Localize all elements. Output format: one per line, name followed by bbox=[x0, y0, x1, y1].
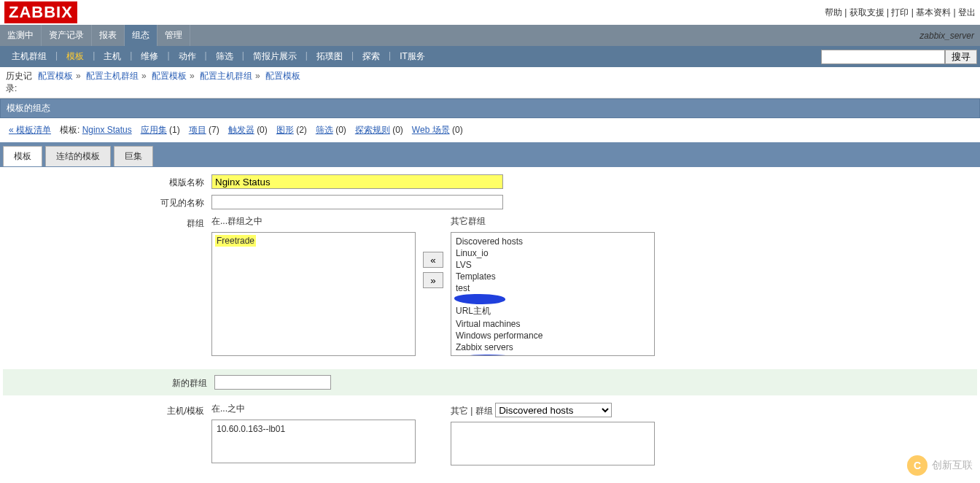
discovery-link[interactable]: 探索规则 bbox=[355, 125, 390, 135]
group-option[interactable]: Windows performance bbox=[454, 330, 651, 341]
crumb-2[interactable]: 配置模板 bbox=[152, 71, 187, 81]
subnav-maps[interactable]: 拓璞图 bbox=[308, 46, 351, 67]
watermark-icon: C bbox=[907, 455, 928, 476]
move-right-button[interactable]: » bbox=[423, 272, 443, 288]
subnav-hostgroups[interactable]: 主机群组 bbox=[3, 46, 55, 67]
groups-label: 群组 bbox=[15, 215, 211, 356]
other-hosts-select[interactable] bbox=[451, 422, 655, 465]
crumb-1[interactable]: 配置主机群组 bbox=[86, 71, 139, 81]
template-name-link[interactable]: Nginx Status bbox=[82, 125, 132, 135]
subnav-hosts[interactable]: 主机 bbox=[95, 46, 130, 67]
in-hosts-select[interactable]: 10.60.0.163--lb01 bbox=[211, 420, 416, 463]
watermark-text: 创新互联 bbox=[932, 459, 973, 472]
items-link[interactable]: 项目 bbox=[189, 125, 206, 135]
group-option[interactable]: test bbox=[454, 282, 651, 294]
help-link[interactable]: 帮助 bbox=[825, 7, 842, 18]
server-name: zabbix_server bbox=[914, 28, 980, 44]
graphs-link[interactable]: 图形 bbox=[276, 125, 294, 135]
triggers-link[interactable]: 触发器 bbox=[228, 125, 254, 135]
nav-monitoring[interactable]: 监测中 bbox=[0, 25, 42, 46]
filters-link[interactable]: 筛选 bbox=[316, 125, 333, 135]
visible-name-label: 可见的名称 bbox=[15, 195, 211, 209]
subnav-templates[interactable]: 模板 bbox=[58, 46, 93, 67]
crumb-0[interactable]: 配置模板 bbox=[38, 71, 73, 81]
group-option[interactable]: Discovered hosts bbox=[454, 236, 651, 247]
subnav-discovery[interactable]: 探索 bbox=[354, 46, 389, 67]
tab-macros[interactable]: 巨集 bbox=[114, 146, 153, 166]
redacted-group[interactable] bbox=[454, 355, 527, 356]
breadcrumb: 配置模板» 配置主机群组» 配置模板» 配置主机群组» 配置模板 bbox=[38, 70, 300, 95]
group-option[interactable]: Zabbix servers bbox=[454, 341, 651, 353]
subnav-slides[interactable]: 简报片展示 bbox=[244, 46, 306, 67]
main-nav: 监测中 资产记录 报表 组态 管理 bbox=[0, 25, 190, 46]
nav-admin[interactable]: 管理 bbox=[158, 25, 190, 46]
host-template-label: 主机/模板 bbox=[15, 403, 211, 465]
template-name-label: 模版名称 bbox=[15, 174, 211, 189]
subnav-filter[interactable]: 筛选 bbox=[207, 46, 242, 67]
group-option[interactable]: Linux_io bbox=[454, 247, 651, 259]
search-input[interactable] bbox=[821, 50, 945, 64]
in-groups-label: 在...群组之中 bbox=[211, 215, 416, 228]
group-option[interactable]: URL主机 bbox=[454, 304, 651, 318]
history-label: 历史记录: bbox=[6, 70, 38, 95]
template-info-bar: « 模板清单 模板: Nginx Status 应用集 (1) 项目 (7) 触… bbox=[0, 118, 980, 143]
other-label: 其它 | 群组 bbox=[451, 406, 493, 416]
watermark: C 创新互联 bbox=[907, 455, 973, 476]
support-link[interactable]: 获取支援 bbox=[849, 7, 884, 18]
redacted-group[interactable] bbox=[454, 294, 505, 304]
nav-configuration[interactable]: 组态 bbox=[125, 25, 158, 46]
search-button[interactable]: 搜寻 bbox=[945, 50, 977, 64]
crumb-3[interactable]: 配置主机群组 bbox=[200, 71, 252, 81]
visible-name-input[interactable] bbox=[211, 195, 503, 209]
subnav-actions[interactable]: 动作 bbox=[170, 46, 205, 67]
new-group-label: 新的群组 bbox=[18, 375, 214, 390]
zabbix-logo: ZABBIX bbox=[4, 1, 77, 23]
template-name-input[interactable] bbox=[211, 174, 503, 189]
move-left-button[interactable]: « bbox=[423, 252, 443, 268]
other-groups-select[interactable]: Discovered hosts Linux_io LVS Templates … bbox=[451, 232, 655, 356]
group-option[interactable]: Templates bbox=[454, 271, 651, 282]
print-link[interactable]: 打印 bbox=[891, 7, 909, 18]
host-group-dropdown[interactable]: Discovered hosts bbox=[495, 403, 612, 417]
web-link[interactable]: Web 场景 bbox=[412, 125, 450, 135]
sub-nav: 主机群组| 模板| 主机| 维修| 动作| 筛选| 简报片展示| 拓璞图| 探索… bbox=[3, 46, 434, 67]
tab-template[interactable]: 模板 bbox=[3, 146, 42, 166]
crumb-4[interactable]: 配置模板 bbox=[265, 71, 300, 81]
subnav-itservices[interactable]: IT服务 bbox=[391, 46, 434, 67]
group-option[interactable]: LVS bbox=[454, 259, 651, 271]
top-links: 帮助 | 获取支援 | 打印 | 基本资料 | 登出 bbox=[825, 7, 976, 19]
section-header: 模板的组态 bbox=[0, 98, 980, 118]
tab-linked[interactable]: 连结的模板 bbox=[45, 146, 111, 166]
in-label: 在...之中 bbox=[211, 403, 416, 415]
other-groups-label: 其它群组 bbox=[451, 215, 655, 228]
applications-link[interactable]: 应用集 bbox=[141, 125, 167, 135]
nav-inventory[interactable]: 资产记录 bbox=[42, 25, 92, 46]
group-option[interactable]: Freetrade bbox=[215, 235, 256, 247]
template-list-link[interactable]: « 模板清单 bbox=[9, 124, 51, 136]
nav-reports[interactable]: 报表 bbox=[92, 25, 125, 46]
logout-link[interactable]: 登出 bbox=[958, 7, 976, 18]
group-option[interactable]: Virtual machines bbox=[454, 318, 651, 330]
form-tabs: 模板 连结的模板 巨集 bbox=[0, 143, 980, 167]
profile-link[interactable]: 基本资料 bbox=[916, 7, 951, 18]
in-groups-select[interactable]: Freetrade bbox=[211, 232, 416, 356]
subnav-maintenance[interactable]: 维修 bbox=[132, 46, 167, 67]
new-group-input[interactable] bbox=[214, 375, 331, 390]
host-option[interactable]: 10.60.0.163--lb01 bbox=[215, 423, 412, 435]
